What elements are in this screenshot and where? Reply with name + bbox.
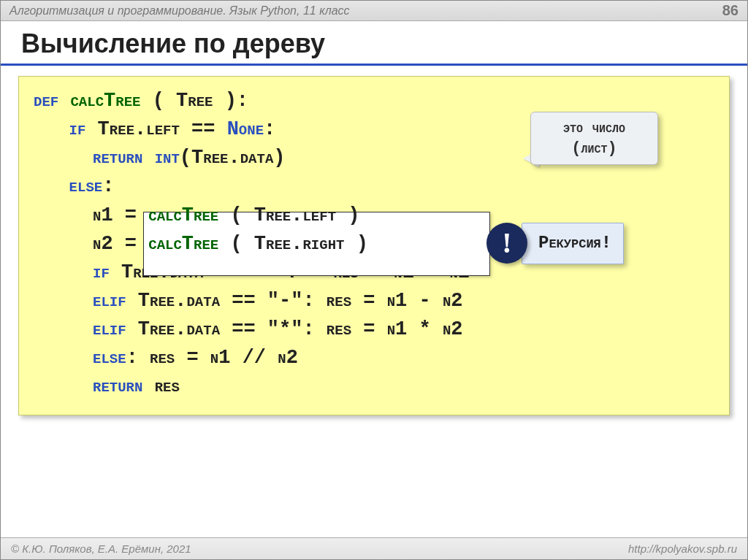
code-line: n1 = calcTree ( Tree.left ) [34,202,714,230]
header-bar: Алгоритмизация и программирование. Язык … [1,1,747,21]
code-line: return res [34,372,714,401]
code-line: n2 = calcTree ( Tree.right ) [34,230,714,258]
course-title: Алгоритмизация и программирование. Язык … [9,4,350,18]
slide-title: Вычисление по дереву [1,21,747,66]
footer-url: http://kpolyakov.spb.ru [628,542,737,555]
callout-line: (лист) [544,139,644,159]
code-line: else: res = n1 // n2 [34,344,714,372]
exclamation-icon: ! [486,223,527,264]
code-line: else: [34,172,714,201]
callout-line: это число [544,118,644,139]
copyright-text: © К.Ю. Поляков, Е.А. Ерёмин, 2021 [11,542,191,555]
slide: Алгоритмизация и программирование. Язык … [0,0,748,560]
footer-bar: © К.Ю. Поляков, Е.А. Ерёмин, 2021 http:/… [1,537,747,559]
content-area: def calcTree ( Tree ): if Tree.left == N… [1,66,747,537]
page-number: 86 [722,2,739,19]
leaf-callout: это число (лист) [530,112,658,165]
code-block: def calcTree ( Tree ): if Tree.left == N… [18,76,730,415]
code-line: elif Tree.data == "*": res = n1 * n2 [34,315,714,344]
code-line: elif Tree.data == "-": res = n1 - n2 [34,287,714,315]
